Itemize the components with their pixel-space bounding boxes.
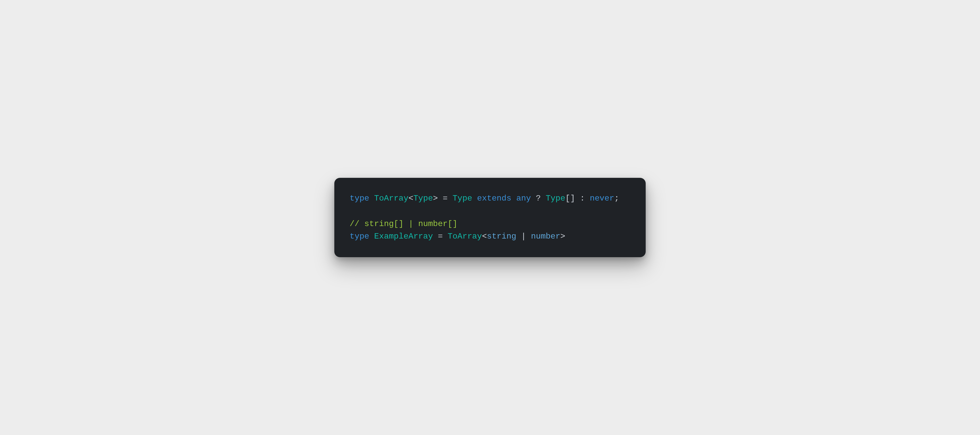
builtin-type-number: number: [531, 232, 560, 241]
space: [369, 232, 374, 241]
code-line-3: // string[] | number[]: [350, 219, 457, 229]
equals: =: [433, 232, 448, 241]
semicolon: ;: [614, 194, 619, 203]
type-name-toarray: ToArray: [374, 194, 408, 203]
union-pipe: |: [516, 232, 531, 241]
angle-open: <: [408, 194, 413, 203]
angle-close: >: [560, 232, 565, 241]
space: [472, 194, 477, 203]
code-block: type ToArray<Type> = Type extends any ? …: [350, 192, 630, 243]
type-param-type: Type: [414, 194, 433, 203]
builtin-type-string: string: [487, 232, 516, 241]
keyword-type: type: [350, 232, 369, 241]
keyword-extends: extends: [477, 194, 511, 203]
space: [369, 194, 374, 203]
type-ref-type: Type: [546, 194, 565, 203]
keyword-any: any: [516, 194, 531, 203]
type-name-examplearray: ExampleArray: [374, 232, 433, 241]
code-line-4: type ExampleArray = ToArray<string | num…: [350, 232, 565, 241]
keyword-never: never: [590, 194, 614, 203]
comment: // string[] | number[]: [350, 219, 457, 229]
angle-close: >: [433, 194, 438, 203]
code-snippet-card: type ToArray<Type> = Type extends any ? …: [334, 178, 646, 257]
equals: =: [438, 194, 453, 203]
keyword-type: type: [350, 194, 369, 203]
angle-open: <: [482, 232, 487, 241]
space: [511, 194, 516, 203]
type-ref-toarray: ToArray: [448, 232, 482, 241]
code-line-1: type ToArray<Type> = Type extends any ? …: [350, 194, 619, 203]
ternary-q: ?: [531, 194, 546, 203]
array-colon: [] :: [565, 194, 590, 203]
type-ref-type: Type: [452, 194, 472, 203]
